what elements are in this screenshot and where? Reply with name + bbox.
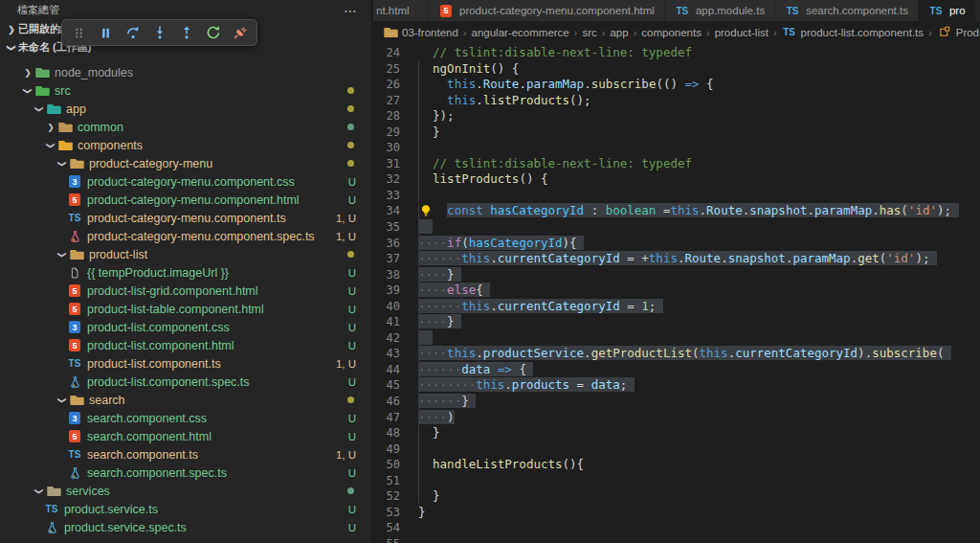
code-line[interactable]: 55 bbox=[373, 536, 980, 543]
code-line[interactable]: 53} bbox=[373, 505, 980, 521]
tree-folder-item[interactable]: ❯services bbox=[0, 482, 371, 500]
tree-file-item[interactable]: 5product-list-table.component.htmlU bbox=[0, 300, 371, 318]
breadcrumb-item[interactable]: TSproduct-list.component.ts bbox=[782, 25, 924, 39]
debug-restart-button[interactable] bbox=[203, 22, 223, 43]
code-line[interactable]: 25 ngOnInit() { bbox=[373, 61, 980, 78]
debug-step-over-button[interactable] bbox=[122, 22, 143, 43]
tree-file-item[interactable]: TSsearch.component.ts1, U bbox=[0, 445, 371, 464]
code-line[interactable]: 46······} bbox=[373, 394, 980, 410]
tree-file-item[interactable]: 3product-list.component.cssU bbox=[0, 318, 371, 336]
typescript-icon: TS bbox=[677, 6, 689, 16]
code-line[interactable]: 54 bbox=[373, 520, 980, 536]
tree-file-item[interactable]: 5search.component.htmlU bbox=[0, 427, 371, 445]
code-line[interactable]: 43····this.productService.getProductList… bbox=[373, 346, 980, 362]
git-status-badge: U bbox=[348, 176, 371, 188]
code-line[interactable]: 38····} bbox=[373, 267, 980, 283]
tree-folder-item[interactable]: ❯src bbox=[0, 81, 371, 100]
breadcrumb-item[interactable]: Produ bbox=[937, 25, 980, 39]
tree-folder-item[interactable]: ❯node_modules bbox=[0, 63, 371, 81]
more-actions-icon[interactable]: ⋯ bbox=[344, 8, 358, 13]
git-status-badge: 1, U bbox=[336, 231, 371, 242]
code-line-content: ······this.currentCategoryId = 1; bbox=[418, 299, 663, 315]
debug-step-into-button[interactable] bbox=[149, 22, 169, 43]
code-line[interactable]: 51 bbox=[373, 473, 980, 489]
tree-file-item[interactable]: product.service.spec.tsU bbox=[0, 518, 371, 536]
code-line[interactable]: 41····} bbox=[373, 314, 980, 330]
tree-folder-item[interactable]: ❯search bbox=[0, 391, 371, 409]
code-line[interactable]: 45········this.products = data; bbox=[373, 377, 980, 394]
lightbulb-icon[interactable] bbox=[419, 204, 433, 217]
code-line[interactable]: 24 // tslint:disable-next-line: typedef bbox=[373, 45, 980, 61]
breadcrumb-item[interactable]: 03-frontend bbox=[383, 25, 458, 39]
code-line[interactable]: 42 bbox=[373, 330, 980, 347]
code-line[interactable]: 47····) bbox=[373, 410, 980, 426]
line-number: 39 bbox=[373, 283, 400, 299]
tree-folder-item[interactable]: ❯common bbox=[0, 118, 371, 136]
tree-file-item[interactable]: TSproduct-category-menu.component.ts1, U bbox=[0, 209, 371, 227]
tree-item-label: product-list.component.css bbox=[87, 321, 230, 334]
breadcrumb-item[interactable]: components bbox=[641, 27, 702, 38]
code-line[interactable]: 52 } bbox=[373, 488, 980, 505]
tree-folder-item[interactable]: ❯product-category-menu bbox=[0, 154, 371, 172]
tree-folder-item[interactable]: ❯app bbox=[0, 100, 371, 118]
code-line[interactable]: 48 } bbox=[373, 425, 980, 441]
folder-tan-icon bbox=[69, 156, 84, 170]
code-line[interactable]: 40······this.currentCategoryId = 1; bbox=[373, 299, 980, 315]
tree-file-item[interactable]: product-list.component.spec.tsU bbox=[0, 373, 371, 391]
code-line[interactable]: 50 handleListProducts(){ bbox=[373, 457, 980, 473]
code-line[interactable]: 28 }); bbox=[373, 108, 980, 124]
editor-tab[interactable]: TSapp.module.ts bbox=[665, 0, 775, 21]
breadcrumb-item[interactable]: app bbox=[610, 27, 628, 38]
tree-folder-item[interactable]: ❯components bbox=[0, 136, 371, 154]
code-line[interactable]: 34 const hasCategoryId : boolean =this.R… bbox=[373, 203, 980, 219]
tree-file-item[interactable]: 5product-list.component.htmlU bbox=[0, 336, 371, 354]
tree-file-item[interactable]: TSproduct-list.component.ts1, U bbox=[0, 354, 371, 373]
code-line[interactable]: 49 bbox=[373, 441, 980, 458]
code-line[interactable]: 30 bbox=[373, 140, 980, 156]
code-line[interactable]: 31 // tslint:disable-next-line: typedef bbox=[373, 156, 980, 172]
code-line[interactable]: 29 } bbox=[373, 124, 980, 141]
debug-step-out-button[interactable] bbox=[176, 22, 196, 43]
breadcrumb-item[interactable]: product-list bbox=[715, 27, 768, 38]
debug-toolbar[interactable] bbox=[61, 19, 257, 46]
debug-pause-button[interactable] bbox=[96, 22, 116, 43]
spec-blue-icon bbox=[44, 520, 59, 534]
debug-disconnect-button[interactable] bbox=[230, 22, 250, 43]
code-line[interactable]: 27 this.listProducts(); bbox=[373, 93, 980, 109]
tree-file-item[interactable]: TSproduct.service.tsU bbox=[0, 500, 371, 518]
code-line[interactable]: 33 bbox=[373, 188, 980, 204]
debug-gripper-handle[interactable] bbox=[69, 22, 89, 43]
code-line-content: ······data => { bbox=[418, 362, 533, 378]
git-status-badge: U bbox=[348, 267, 371, 279]
tree-item-label: search.component.ts bbox=[87, 448, 198, 462]
code-line[interactable]: 32 listProducts() { bbox=[373, 171, 980, 188]
code-line[interactable]: 37······this.currentCategoryId = +this.R… bbox=[373, 251, 980, 267]
code-line[interactable]: 39····else{ bbox=[373, 283, 980, 299]
editor-tab[interactable]: TSsearch.component.ts bbox=[775, 0, 919, 21]
tree-file-item[interactable]: 5product-category-menu.component.htmlU bbox=[0, 191, 371, 209]
tree-file-item[interactable]: product-category-menu.component.spec.ts1… bbox=[0, 227, 371, 245]
tree-folder-item[interactable]: ❯product-list bbox=[0, 245, 371, 263]
code-line-content: // tslint:disable-next-line: typedef bbox=[418, 156, 692, 172]
code-line[interactable]: 36····if(hasCategoryId){ bbox=[373, 236, 980, 252]
editor-tab[interactable]: 5product-category-menu.component.html bbox=[429, 0, 665, 21]
tree-file-item[interactable]: {{ tempProduct.imageUrl }}U bbox=[0, 263, 371, 282]
breadcrumb-item[interactable]: angular-ecommerce bbox=[472, 27, 569, 38]
code-line[interactable]: 26 this.Route.paramMap.subscribe(() => { bbox=[373, 77, 980, 93]
code-editor[interactable]: 24 // tslint:disable-next-line: typedef2… bbox=[373, 43, 980, 543]
line-number: 41 bbox=[373, 314, 400, 330]
breadcrumb-item[interactable]: src bbox=[582, 27, 596, 38]
tree-item-label: product-category-menu.component.css bbox=[87, 175, 295, 189]
editor-tab[interactable]: nt.html bbox=[373, 0, 429, 21]
code-line[interactable]: 35 bbox=[373, 219, 980, 236]
tree-file-item[interactable]: search.component.spec.tsU bbox=[0, 464, 371, 482]
tree-item-label: components bbox=[78, 139, 143, 152]
tree-file-item[interactable]: 5product-list-grid.component.htmlU bbox=[0, 282, 371, 300]
tree-file-item[interactable]: 3product-category-menu.component.cssU bbox=[0, 172, 371, 191]
code-line[interactable]: 44······data => { bbox=[373, 362, 980, 378]
editor-tab[interactable]: TSpro bbox=[919, 0, 976, 21]
chevron-down-icon: ❯ bbox=[34, 485, 44, 498]
tree-file-item[interactable]: 3search.component.cssU bbox=[0, 409, 371, 427]
problems-dot-badge bbox=[347, 124, 354, 130]
folder-tan-icon bbox=[69, 247, 84, 261]
